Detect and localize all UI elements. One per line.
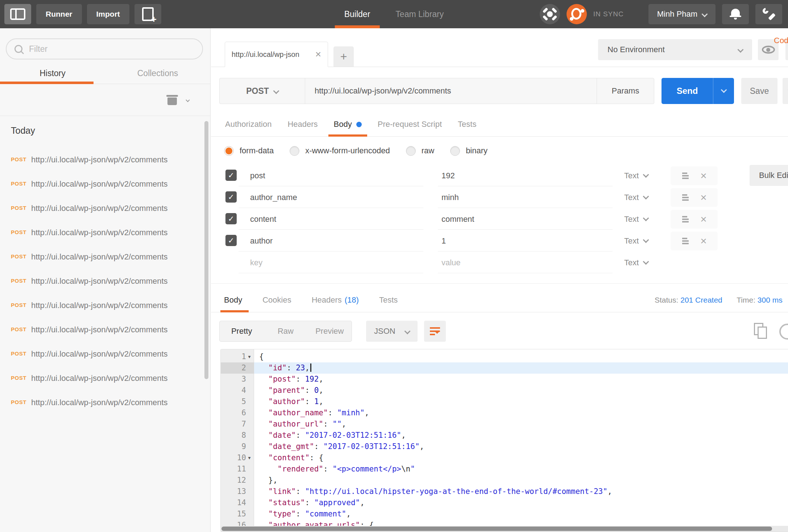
generate-code-link[interactable]: Code [774,28,788,53]
checkbox[interactable]: ✓ [225,191,237,203]
history-item[interactable]: POSThttp://ui.local/wp-json/wp/v2/commen… [0,300,205,311]
response-tab-tests[interactable]: Tests [379,288,398,312]
new-tab-button[interactable]: + [333,46,354,67]
runner-button[interactable]: Runner [36,4,82,24]
response-tab-headers[interactable]: Headers(18) [312,288,359,312]
checkbox[interactable]: ✓ [225,213,237,224]
key-field[interactable]: author_name [239,187,423,208]
response-tab-body[interactable]: Body [224,288,242,312]
copy-response-button[interactable] [754,323,768,340]
method-dropdown[interactable]: POST [220,78,305,104]
line-gutter[interactable]: 11 [221,464,254,475]
view-mode-raw[interactable]: Raw [264,321,307,341]
line-gutter[interactable]: 5 [221,396,254,407]
body-mode-binary[interactable]: binary [450,146,488,156]
value-field[interactable]: minh [438,187,613,208]
type-dropdown[interactable]: Text [624,230,648,252]
clear-history-icon[interactable] [167,94,177,105]
key-field[interactable]: post [239,165,423,186]
body-mode-form-data[interactable]: form-data [224,146,274,156]
drag-handle-icon[interactable] [681,194,689,201]
fold-caret-icon[interactable]: ▾ [246,351,253,362]
url-input[interactable] [305,78,597,104]
sync-status-icon[interactable] [567,4,587,24]
proxy-icon[interactable] [540,4,560,24]
body-mode-x-www-form-urlencoded[interactable]: x-www-form-urlencoded [290,146,390,156]
history-item[interactable]: POSThttp://ui.local/wp-json/wp/v2/commen… [0,154,205,165]
history-item[interactable]: POSThttp://ui.local/wp-json/wp/v2/commen… [0,203,205,213]
new-window-button[interactable]: + [134,4,161,24]
nav-tab-builder[interactable]: Builder [344,0,370,28]
view-mode-preview[interactable]: Preview [308,321,352,341]
value-field[interactable]: value [438,252,613,273]
request-tab-headers[interactable]: Headers [282,112,323,136]
request-tab-body[interactable]: Body [328,112,367,136]
key-field[interactable]: content [239,208,423,230]
drag-handle-icon[interactable] [681,238,689,244]
line-gutter[interactable]: 7 [221,419,254,430]
view-mode-pretty[interactable]: Pretty [220,321,264,341]
params-button[interactable]: Params [597,78,654,104]
bulk-edit-button[interactable]: Bulk Edit [750,165,788,186]
type-dropdown[interactable]: Text [624,165,648,186]
history-item[interactable]: POSThttp://ui.local/wp-json/wp/v2/commen… [0,276,205,286]
remove-row-icon[interactable]: × [700,170,707,181]
notifications-button[interactable] [722,4,749,24]
key-field[interactable]: key [239,252,423,273]
save-options-button[interactable] [783,78,788,104]
value-field[interactable]: 192 [438,165,613,186]
fold-caret-icon[interactable]: ▾ [246,452,253,464]
tab-collections[interactable]: Collections [105,65,210,84]
import-button[interactable]: Import [87,4,129,24]
line-gutter[interactable]: 14 [221,497,254,508]
request-tab-authorization[interactable]: Authorization [220,112,277,136]
wrap-text-button[interactable] [424,321,446,342]
value-field[interactable]: comment [438,208,613,230]
scrollbar-thumb[interactable] [221,527,772,531]
history-item[interactable]: POSThttp://ui.local/wp-json/wp/v2/commen… [0,349,205,359]
history-item[interactable]: POSThttp://ui.local/wp-json/wp/v2/commen… [0,227,205,238]
request-tab-tests[interactable]: Tests [452,112,482,136]
open-request-tab[interactable]: http://ui.local/wp-json × [225,42,328,67]
search-response-icon[interactable] [779,324,788,340]
remove-row-icon[interactable]: × [700,236,707,246]
remove-row-icon[interactable]: × [700,192,707,203]
user-menu-button[interactable]: Minh Pham [648,4,716,24]
line-gutter[interactable]: 10▾ [221,452,254,464]
checkbox[interactable]: ✓ [225,235,237,246]
checkbox[interactable]: ✓ [225,170,237,181]
sidebar-scrollbar[interactable] [204,121,208,379]
line-gutter[interactable]: 2 [221,362,254,374]
sidebar-toggle-button[interactable] [4,4,31,24]
chevron-down-icon[interactable] [186,98,190,102]
save-button[interactable]: Save [741,78,777,104]
line-gutter[interactable]: 1▾ [221,351,254,362]
history-item[interactable]: POSThttp://ui.local/wp-json/wp/v2/commen… [0,252,205,262]
tab-history[interactable]: History [0,65,105,84]
line-gutter[interactable]: 3 [221,374,254,385]
value-field[interactable]: 1 [438,230,613,252]
line-gutter[interactable]: 15 [221,508,254,520]
body-mode-raw[interactable]: raw [406,146,434,156]
nav-tab-team-library[interactable]: Team Library [395,0,444,28]
history-item[interactable]: POSThttp://ui.local/wp-json/wp/v2/commen… [0,324,205,335]
line-gutter[interactable]: 4 [221,385,254,396]
type-dropdown[interactable]: Text [624,187,648,208]
line-gutter[interactable]: 9 [221,441,254,452]
line-gutter[interactable]: 13 [221,486,254,497]
line-gutter[interactable]: 12 [221,475,254,486]
settings-button[interactable] [755,4,782,24]
response-body-editor[interactable]: 1▾{2 "id": 23,3 "post": 192,4 "parent": … [220,349,788,532]
remove-row-icon[interactable]: × [700,214,707,225]
send-options[interactable] [713,78,734,104]
filter-input[interactable] [29,44,194,54]
close-tab-icon[interactable]: × [315,49,321,59]
format-dropdown[interactable]: JSON [366,321,418,342]
response-tab-cookies[interactable]: Cookies [262,288,291,312]
type-dropdown[interactable]: Text [624,252,648,273]
history-item[interactable]: POSThttp://ui.local/wp-json/wp/v2/commen… [0,179,205,189]
history-item[interactable]: POSThttp://ui.local/wp-json/wp/v2/commen… [0,397,205,408]
drag-handle-icon[interactable] [681,216,689,223]
history-item[interactable]: POSThttp://ui.local/wp-json/wp/v2/commen… [0,373,205,383]
drag-handle-icon[interactable] [681,173,689,179]
